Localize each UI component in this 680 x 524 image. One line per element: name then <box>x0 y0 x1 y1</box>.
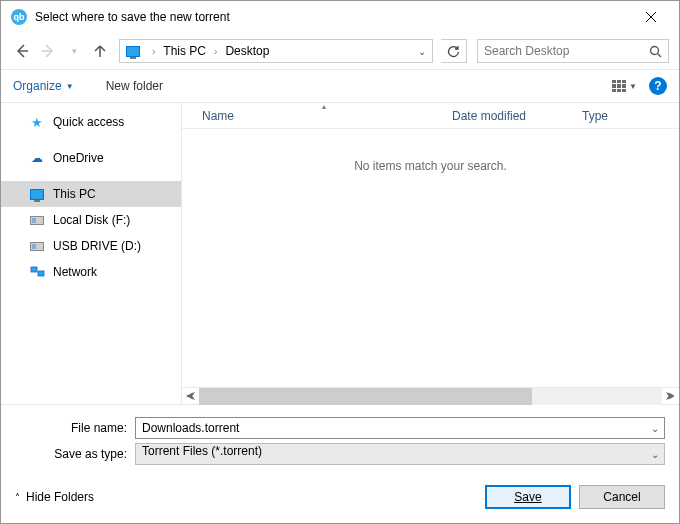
scroll-right-button[interactable]: ⮞ <box>662 391 679 402</box>
column-header-date[interactable]: Date modified <box>452 109 582 123</box>
chevron-down-icon: ▼ <box>66 82 74 91</box>
title-bar: qb Select where to save the new torrent <box>1 1 679 33</box>
disk-icon <box>29 239 45 253</box>
organize-label: Organize <box>13 79 62 93</box>
search-icon <box>649 45 662 58</box>
address-dropdown-button[interactable]: ⌄ <box>412 46 432 57</box>
save-dialog: qb Select where to save the new torrent … <box>0 0 680 524</box>
sidebar-item-label: This PC <box>53 187 96 201</box>
filename-label: File name: <box>15 421 135 435</box>
horizontal-scrollbar[interactable]: ⮜ ⮞ <box>182 387 679 404</box>
filename-area: File name: ⌄ Save as type: Torrent Files… <box>1 404 679 471</box>
file-area: ▴ Name Date modified Type No items match… <box>181 103 679 404</box>
svg-line-5 <box>657 53 661 57</box>
close-icon <box>645 11 657 23</box>
close-button[interactable] <box>631 3 671 31</box>
filename-combobox[interactable]: ⌄ <box>135 417 665 439</box>
column-headers: ▴ Name Date modified Type <box>182 103 679 129</box>
filename-dropdown-button[interactable]: ⌄ <box>646 423 664 434</box>
savetype-value: Torrent Files (*.torrent) <box>136 444 646 464</box>
chevron-down-icon: ▾ <box>72 46 77 56</box>
up-button[interactable] <box>89 40 111 62</box>
search-button[interactable] <box>642 45 668 58</box>
footer: ˄ Hide Folders Save Cancel <box>1 471 679 523</box>
scroll-thumb[interactable] <box>199 388 532 405</box>
bc-chevron-1[interactable]: › <box>208 46 223 57</box>
forward-arrow-icon <box>40 43 56 59</box>
file-list[interactable]: No items match your search. <box>182 129 679 387</box>
hide-folders-toggle[interactable]: ˄ Hide Folders <box>15 490 94 504</box>
filename-input[interactable] <box>136 418 646 438</box>
sidebar-item-label: OneDrive <box>53 151 104 165</box>
app-icon: qb <box>11 9 27 25</box>
toolbar: Organize ▼ New folder ▼ ? <box>1 69 679 103</box>
column-header-type[interactable]: Type <box>582 109 652 123</box>
nav-tree: ★ Quick access ☁ OneDrive This PC Local … <box>1 103 181 404</box>
search-input[interactable] <box>478 40 642 62</box>
back-arrow-icon <box>14 43 30 59</box>
refresh-icon <box>447 45 460 58</box>
sidebar-item-label: Network <box>53 265 97 279</box>
location-icon <box>124 44 142 58</box>
scroll-left-button[interactable]: ⮜ <box>182 391 199 402</box>
chevron-down-icon: ▼ <box>629 82 637 91</box>
svg-rect-6 <box>31 267 37 272</box>
sidebar-item-label: Quick access <box>53 115 124 129</box>
window-title: Select where to save the new torrent <box>35 10 631 24</box>
monitor-icon <box>29 187 45 201</box>
help-icon: ? <box>654 79 661 93</box>
help-button[interactable]: ? <box>649 77 667 95</box>
search-box[interactable] <box>477 39 669 63</box>
recent-dropdown[interactable]: ▾ <box>63 40 85 62</box>
savetype-dropdown-button[interactable]: ⌄ <box>646 449 664 460</box>
sidebar-item-label: USB DRIVE (D:) <box>53 239 141 253</box>
empty-state-message: No items match your search. <box>354 159 507 173</box>
back-button[interactable] <box>11 40 33 62</box>
hide-folders-label: Hide Folders <box>26 490 94 504</box>
column-header-name[interactable]: Name <box>202 109 452 123</box>
svg-rect-7 <box>38 271 44 276</box>
cloud-icon: ☁ <box>29 151 45 165</box>
savetype-label: Save as type: <box>15 447 135 461</box>
sidebar-item-quick-access[interactable]: ★ Quick access <box>1 109 181 135</box>
save-label: Save <box>514 490 541 504</box>
view-grid-icon <box>612 80 626 92</box>
star-icon: ★ <box>29 115 45 129</box>
monitor-icon <box>126 46 140 57</box>
sidebar-item-this-pc[interactable]: This PC <box>1 181 181 207</box>
sidebar-item-onedrive[interactable]: ☁ OneDrive <box>1 145 181 171</box>
body: ★ Quick access ☁ OneDrive This PC Local … <box>1 103 679 404</box>
sidebar-item-usb-drive[interactable]: USB DRIVE (D:) <box>1 233 181 259</box>
network-icon <box>29 265 45 279</box>
refresh-button[interactable] <box>441 39 467 63</box>
breadcrumb-item-desktop[interactable]: Desktop <box>223 44 271 58</box>
savetype-combobox[interactable]: Torrent Files (*.torrent) ⌄ <box>135 443 665 465</box>
nav-row: ▾ › This PC › Desktop ⌄ <box>1 33 679 69</box>
scroll-track[interactable] <box>199 388 662 405</box>
sidebar-item-local-disk[interactable]: Local Disk (F:) <box>1 207 181 233</box>
sort-indicator-icon: ▴ <box>322 102 326 111</box>
organize-menu[interactable]: Organize ▼ <box>13 79 74 93</box>
new-folder-button[interactable]: New folder <box>106 79 163 93</box>
svg-point-4 <box>650 46 658 54</box>
breadcrumb-item-thispc[interactable]: This PC <box>161 44 208 58</box>
sidebar-item-label: Local Disk (F:) <box>53 213 130 227</box>
bc-root-chevron[interactable]: › <box>146 46 161 57</box>
up-arrow-icon <box>93 44 107 58</box>
chevron-up-icon: ˄ <box>15 492 20 503</box>
forward-button[interactable] <box>37 40 59 62</box>
cancel-button[interactable]: Cancel <box>579 485 665 509</box>
save-button[interactable]: Save <box>485 485 571 509</box>
disk-icon <box>29 213 45 227</box>
address-bar[interactable]: › This PC › Desktop ⌄ <box>119 39 433 63</box>
sidebar-item-network[interactable]: Network <box>1 259 181 285</box>
view-options-button[interactable]: ▼ <box>608 77 641 95</box>
